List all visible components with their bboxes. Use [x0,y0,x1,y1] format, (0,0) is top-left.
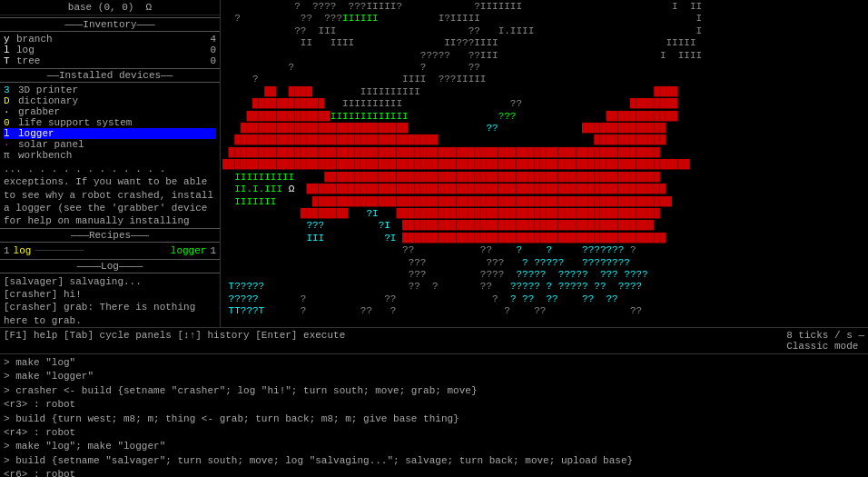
list-item[interactable]: 0 life support system [4,117,216,128]
bottom-area: [F1] help [Tab] cycle panels [↕↑] histor… [0,327,868,477]
key-hints: [F1] help [Tab] cycle panels [↕↑] histor… [4,330,345,352]
terminal-line: > build {setname "salvager"; turn south;… [4,454,864,468]
terminal-line: > make "log"; make "logger" [4,440,864,453]
description-area: ... . . . . . . . . . . . . exceptions. … [0,161,220,226]
terminal-area[interactable]: > make "log" > make "logger" > crasher <… [0,354,868,477]
status-bar: [F1] help [Tab] cycle panels [↕↑] histor… [0,328,868,354]
list-item: y branch 4 [4,34,216,45]
devices-header: ——Installed devices—— [0,68,220,83]
base-info-bar: base (0, 0) Ω [0,0,220,15]
left-panel: base (0, 0) Ω ———Inventory——— y branch 4… [0,0,221,327]
inventory-header: ———Inventory——— [0,17,220,32]
list-item[interactable]: 3 3D printer [4,84,216,95]
list-item: T tree 0 [4,55,216,66]
list-item[interactable]: D dictionary [4,95,216,106]
log-section: [salvager] salvaging... [crasher] hi! [c… [0,275,220,327]
terminal-line: > build {turn west; m8; m; thing <- grab… [4,412,864,426]
recipe-item: 1 log —————————— logger 1 [0,244,220,257]
terminal-line: <r6> : robot [4,468,864,477]
terminal-line: > make "logger" [4,370,864,383]
log-header: ————Log———— [0,259,220,273]
terminal-line: <r4> : robot [4,426,864,440]
recipes-header: ———Recipes——— [0,228,220,243]
terminal-line: > crasher <- build {setname "crasher"; l… [4,384,864,398]
list-item[interactable]: π workbench [4,150,216,161]
base-label: base (0, 0) [68,2,134,13]
list-item-logger[interactable]: l logger [4,128,216,139]
list-item[interactable]: · grabber [4,106,216,117]
list-item: l log 0 [4,45,216,55]
inventory-list: y branch 4 l log 0 T tree 0 [0,34,220,66]
base-icon: Ω [146,2,153,13]
device-list: 3 3D printer D dictionary · grabber 0 li… [0,84,220,161]
ticks-info: 8 ticks / s —Classic mode [786,330,864,352]
game-canvas: ? ???? ???IIIII? ?IIIIIII I II ? ?? ???I… [221,0,868,327]
terminal-line: > make "log" [4,356,864,370]
list-item[interactable]: · solar panel [4,139,216,150]
game-viewport: ? ???? ???IIIII? ?IIIIIII I II ? ?? ???I… [221,0,868,327]
terminal-line: <r3> : robot [4,398,864,412]
